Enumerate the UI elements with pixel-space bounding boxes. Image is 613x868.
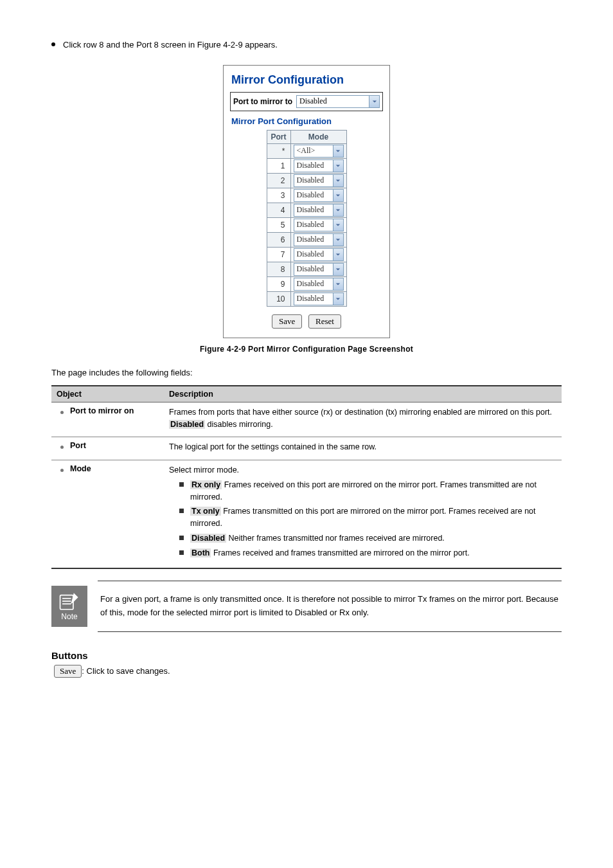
button-row: Save Reset [230,314,383,329]
square-bullet-icon [179,536,184,540]
mode-value: Disabled [297,249,324,259]
save-button[interactable]: Save [272,314,302,329]
table-row: 1Disabled [267,158,346,173]
port-cell: 1 [267,158,290,173]
bullet-icon [51,42,55,46]
list-item: Both Frames received and frames transmit… [179,547,556,559]
desc-text: Frames from ports that have either sourc… [169,408,552,417]
col-port: Port [267,130,290,143]
keyword: Tx only [190,507,221,516]
keyword: Rx only [190,480,222,489]
mode-cell: Disabled [290,173,346,188]
lead-text: The page includes the following fields: [51,368,562,377]
col-mode: Mode [290,130,346,143]
save-button-desc: : Click to save changes. [82,666,170,676]
mode-cell: Disabled [290,217,346,232]
reset-button[interactable]: Reset [308,314,341,329]
list-item: Tx only Frames transmitted on this port … [179,505,556,530]
note-text: For a given port, a frame is only transm… [98,581,562,632]
intro-bullet: Click row 8 and the Port 8 screen in Fig… [51,39,562,52]
port-cell: 5 [267,217,290,232]
chevron-down-icon [369,96,379,107]
mode-select[interactable]: Disabled [294,174,344,187]
table-row: 6Disabled [267,232,346,247]
port-to-mirror-value: Disabled [299,96,327,106]
port-cell: 10 [267,291,290,306]
mode-select[interactable]: Disabled [294,219,344,231]
port-cell: 4 [267,203,290,217]
chevron-down-icon [333,175,343,186]
table-row: 5Disabled [267,217,346,232]
port-cell: 8 [267,262,290,276]
object-label: Mode [70,464,91,473]
square-bullet-icon [179,550,184,555]
mode-select[interactable]: Disabled [294,233,344,246]
mode-value: Disabled [297,205,324,215]
object-label: Port to mirror on [70,406,134,415]
port-cell: 6 [267,232,290,247]
chevron-down-icon [333,234,343,246]
mode-select[interactable]: Disabled [294,159,344,172]
mode-value: Disabled [297,161,324,170]
desc-text: Neither frames transmitted nor frames re… [226,534,445,543]
header-description: Description [164,386,562,402]
svg-rect-0 [60,595,73,610]
mode-cell: Disabled [290,188,346,203]
chevron-down-icon [333,249,343,260]
chevron-down-icon [333,219,343,231]
mode-select[interactable]: Disabled [294,293,344,305]
panel-subtitle: Mirror Port Configuration [231,116,383,126]
mode-select[interactable]: Disabled [294,204,344,217]
port-cell: 7 [267,247,290,262]
parameter-table: Object Description Port to mirror on Fra… [51,385,562,570]
mode-cell: Disabled [290,158,346,173]
mode-cell: Disabled [290,232,346,247]
mode-value: Disabled [297,176,324,185]
port-cell: 9 [267,276,290,291]
list-item: Disabled Neither frames transmitted nor … [179,532,556,545]
buttons-heading: Buttons [51,650,562,661]
mode-cell: Disabled [290,262,346,276]
chevron-down-icon [333,160,343,172]
mode-value: Disabled [297,279,324,289]
mode-cell: Disabled [290,291,346,306]
square-bullet-icon [179,509,184,513]
mode-value: Disabled [297,235,324,244]
desc-text: The logical port for the settings contai… [169,442,377,451]
chevron-down-icon [333,264,343,275]
port-cell: 3 [267,188,290,203]
bullet-icon [60,411,64,414]
mode-value: Disabled [297,294,324,303]
list-item: Rx only Frames received on this port are… [179,479,556,503]
desc-text: disables mirroring. [205,420,273,429]
table-row: 10Disabled [267,291,346,306]
keyword: Disabled [190,534,226,543]
bullet-icon [60,446,64,449]
chevron-down-icon [333,293,343,305]
panel-title: Mirror Configuration [231,73,383,87]
mode-select[interactable]: Disabled [294,248,344,261]
note-block: Note For a given port, a frame is only t… [51,581,562,632]
square-bullet-icon [179,482,184,487]
intro-text: Click row 8 and the Port 8 screen in Fig… [63,39,278,52]
table-row: 4Disabled [267,203,346,217]
figure-caption: Figure 4-2-9 Port Mirror Configuration P… [51,345,562,354]
desc-text: Frames transmitted on this port are mirr… [190,507,536,528]
mode-select[interactable]: Disabled [294,189,344,202]
mode-value: <All> [297,146,315,156]
save-button-sample[interactable]: Save [54,665,82,678]
mode-select[interactable]: Disabled [294,263,344,276]
mode-cell: Disabled [290,276,346,291]
port-cell: * [267,143,290,158]
note-icon: Note [51,586,87,627]
mode-select[interactable]: Disabled [294,278,344,291]
table-row: Port The logical port for the settings c… [51,437,562,460]
mode-select[interactable]: <All> [294,145,344,158]
port-to-mirror-select[interactable]: Disabled [296,95,380,108]
note-label: Note [61,612,77,621]
table-row: Mode Select mirror mode. Rx only Frames … [51,460,562,569]
mode-value: Disabled [297,190,324,200]
port-cell: 2 [267,173,290,188]
mode-cell: Disabled [290,247,346,262]
table-row: 7Disabled [267,247,346,262]
